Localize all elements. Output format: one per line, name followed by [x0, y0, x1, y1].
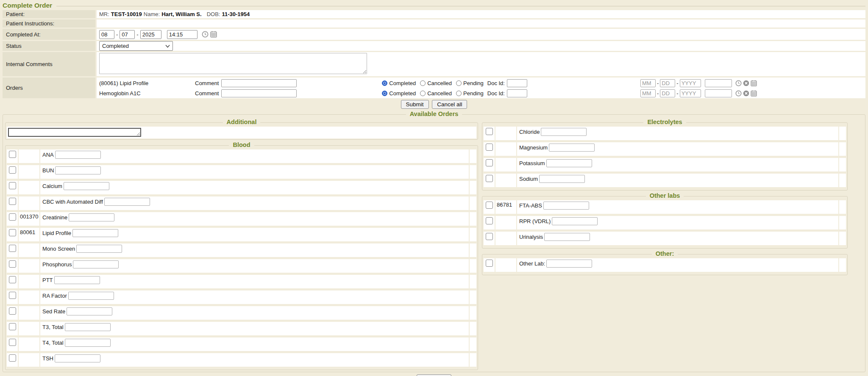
clock-icon[interactable]: [202, 31, 209, 38]
lab-checkbox[interactable]: [486, 128, 493, 135]
lab-value-input[interactable]: [76, 245, 122, 253]
lab-tail-cell: [470, 290, 476, 304]
lab-value-input[interactable]: [67, 307, 112, 315]
lab-checkbox[interactable]: [9, 151, 16, 158]
lab-checkbox[interactable]: [486, 144, 493, 151]
dob-value: 11-30-1954: [222, 11, 250, 17]
lab-main-cell: Chloride: [517, 127, 838, 140]
lab-main-cell: T3, Total: [40, 322, 469, 335]
calendar-icon[interactable]: [751, 90, 757, 97]
completed-year-input[interactable]: [140, 30, 161, 39]
lab-checkbox-cell: [484, 142, 495, 156]
lab-checkbox[interactable]: [9, 213, 16, 221]
cancel-all-button[interactable]: Cancel all: [432, 100, 467, 109]
order-status-option[interactable]: Completed: [382, 90, 416, 97]
lab-value-input[interactable]: [539, 175, 585, 183]
lab-value-input[interactable]: [64, 182, 109, 190]
lab-value-input[interactable]: [73, 260, 119, 268]
completed-day-input[interactable]: [120, 30, 135, 39]
radio-pending-icon[interactable]: [456, 91, 462, 96]
clock-icon[interactable]: [735, 80, 742, 86]
doc-id-input[interactable]: [507, 79, 527, 87]
order-day-input[interactable]: [660, 79, 675, 87]
lab-checkbox[interactable]: [486, 175, 493, 182]
lab-value-input[interactable]: [68, 292, 114, 300]
lab-checkbox[interactable]: [486, 260, 493, 267]
order-month-input[interactable]: [640, 89, 656, 97]
complete-action: Complete: [3, 374, 865, 376]
order-year-input[interactable]: [680, 79, 701, 87]
radio-completed-icon[interactable]: [382, 80, 387, 86]
lab-checkbox[interactable]: [9, 182, 16, 189]
order-time-input[interactable]: [705, 89, 732, 97]
additional-search-row: [7, 127, 476, 138]
submit-button[interactable]: Submit: [401, 100, 429, 109]
order-comment-input[interactable]: [221, 79, 297, 87]
clear-date-icon[interactable]: [743, 80, 749, 86]
radio-cancelled-icon[interactable]: [420, 80, 426, 86]
order-status-option[interactable]: Pending: [456, 80, 484, 86]
radio-completed-icon[interactable]: [382, 91, 387, 96]
lab-value-input[interactable]: [72, 229, 118, 237]
lab-value-input[interactable]: [65, 323, 111, 331]
lab-value-input[interactable]: [549, 144, 595, 152]
lab-checkbox[interactable]: [486, 233, 493, 240]
lab-value-input[interactable]: [54, 276, 100, 284]
lab-value-input[interactable]: [104, 198, 150, 206]
lab-checkbox-cell: [484, 127, 495, 140]
lab-value-input[interactable]: [552, 217, 598, 225]
complete-button[interactable]: Complete: [417, 374, 451, 376]
order-year-input[interactable]: [680, 89, 701, 97]
lab-checkbox[interactable]: [9, 245, 16, 252]
order-day-input[interactable]: [660, 89, 675, 97]
order-comment-label: Comment: [195, 80, 219, 86]
lab-value-input[interactable]: [546, 260, 592, 268]
lab-checkbox[interactable]: [486, 217, 493, 224]
lab-checkbox[interactable]: [9, 307, 16, 315]
radio-cancelled-icon[interactable]: [420, 91, 426, 96]
clock-icon[interactable]: [735, 90, 742, 97]
lab-checkbox[interactable]: [486, 202, 493, 209]
lab-checkbox[interactable]: [9, 229, 16, 236]
lab-checkbox[interactable]: [9, 339, 16, 346]
lab-value-input[interactable]: [544, 233, 590, 241]
order-comment-input[interactable]: [221, 89, 297, 97]
additional-search-input[interactable]: [8, 128, 141, 137]
radio-pending-icon[interactable]: [456, 80, 462, 86]
lab-checkbox[interactable]: [9, 166, 16, 174]
clear-date-icon[interactable]: [743, 90, 749, 97]
lab-value-input[interactable]: [55, 166, 101, 174]
lab-checkbox[interactable]: [9, 323, 16, 330]
page-header: Complete Order: [3, 2, 865, 9]
date-separator: -: [657, 80, 659, 86]
lab-checkbox[interactable]: [9, 354, 16, 362]
lab-value-input[interactable]: [69, 213, 114, 221]
lab-value-input[interactable]: [543, 202, 589, 210]
lab-value-input[interactable]: [55, 354, 100, 362]
lab-checkbox[interactable]: [9, 198, 16, 205]
lab-checkbox[interactable]: [9, 260, 16, 268]
lab-checkbox[interactable]: [486, 159, 493, 166]
lab-value-input[interactable]: [55, 151, 101, 159]
lab-value-input[interactable]: [541, 128, 587, 136]
lab-checkbox[interactable]: [9, 292, 16, 299]
calendar-icon[interactable]: [210, 31, 217, 38]
lab-code: 86781: [495, 200, 516, 214]
lab-row: T3, Total: [7, 322, 476, 335]
order-status-option[interactable]: Cancelled: [420, 80, 452, 86]
completed-time-input[interactable]: [167, 30, 198, 39]
internal-comments-textarea[interactable]: [99, 53, 367, 74]
calendar-icon[interactable]: [751, 80, 757, 86]
lab-code: [19, 259, 39, 273]
lab-checkbox[interactable]: [9, 276, 16, 283]
status-select[interactable]: Completed: [99, 41, 173, 51]
lab-value-input[interactable]: [546, 159, 592, 167]
order-status-option[interactable]: Completed: [382, 80, 416, 86]
order-status-option[interactable]: Cancelled: [420, 90, 452, 97]
order-month-input[interactable]: [640, 79, 656, 87]
completed-month-input[interactable]: [99, 30, 114, 39]
doc-id-input[interactable]: [507, 89, 527, 97]
lab-value-input[interactable]: [65, 339, 111, 347]
order-time-input[interactable]: [705, 79, 732, 87]
order-status-option[interactable]: Pending: [456, 90, 484, 97]
